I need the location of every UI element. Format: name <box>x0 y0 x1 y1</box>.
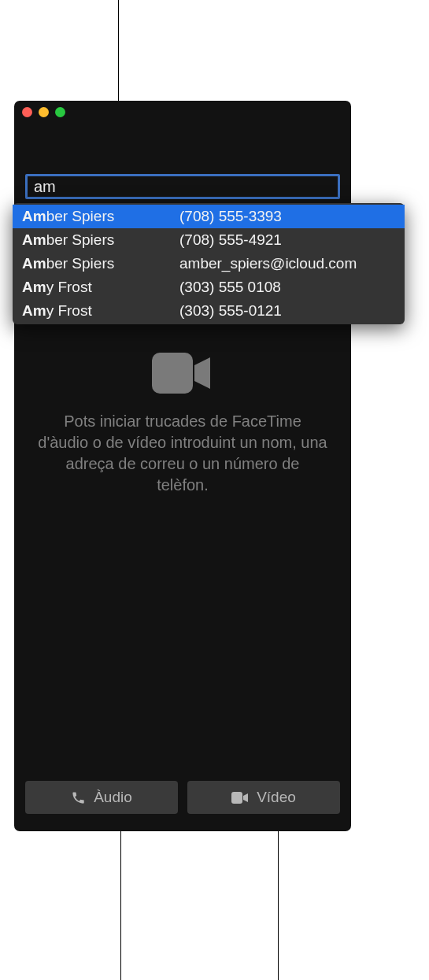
audio-button[interactable]: Àudio <box>25 781 178 814</box>
suggestion-row[interactable]: Amber Spiers(708) 555-4921 <box>13 228 405 252</box>
suggestion-contact: (708) 555-4921 <box>179 231 395 249</box>
suggestion-contact: (303) 555 0108 <box>179 279 395 296</box>
svg-rect-1 <box>231 792 242 804</box>
video-button-label: Vídeo <box>257 789 296 806</box>
instructions-text: Pots iniciar trucades de FaceTime d'àudi… <box>38 411 327 496</box>
video-button[interactable]: Vídeo <box>187 781 340 814</box>
suggestion-name: Amy Frost <box>22 279 179 296</box>
suggestion-row[interactable]: Amy Frost(303) 555 0108 <box>13 276 405 299</box>
suggestion-contact: amber_spiers@icloud.com <box>179 255 395 272</box>
audio-button-label: Àudio <box>94 789 132 806</box>
suggestion-row[interactable]: Amber Spiersamber_spiers@icloud.com <box>13 252 405 276</box>
suggestion-row[interactable]: Amber Spiers(708) 555-3393 <box>13 205 405 228</box>
video-icon <box>231 792 249 804</box>
search-input[interactable] <box>25 174 340 199</box>
suggestion-contact: (708) 555-3393 <box>179 208 395 225</box>
phone-icon <box>71 790 86 805</box>
svg-rect-0 <box>152 353 193 394</box>
zoom-button[interactable] <box>55 107 65 117</box>
close-button[interactable] <box>22 107 32 117</box>
suggestion-name: Amber Spiers <box>22 208 179 225</box>
suggestion-contact: (303) 555-0121 <box>179 302 395 320</box>
suggestion-row[interactable]: Amy Frost(303) 555-0121 <box>13 299 405 323</box>
minimize-button[interactable] <box>39 107 49 117</box>
empty-state: Pots iniciar trucades de FaceTime d'àudi… <box>14 353 351 496</box>
suggestion-name: Amber Spiers <box>22 231 179 249</box>
suggestion-name: Amber Spiers <box>22 255 179 272</box>
video-camera-icon <box>152 353 213 397</box>
callout-pointer-audio <box>120 830 121 980</box>
callout-pointer-video <box>278 830 279 980</box>
suggestion-name: Amy Frost <box>22 302 179 320</box>
window-title-bar <box>14 101 351 123</box>
suggestions-dropdown: Amber Spiers(708) 555-3393Amber Spiers(7… <box>13 203 405 324</box>
facetime-window: Amber Spiers(708) 555-3393Amber Spiers(7… <box>14 101 351 831</box>
